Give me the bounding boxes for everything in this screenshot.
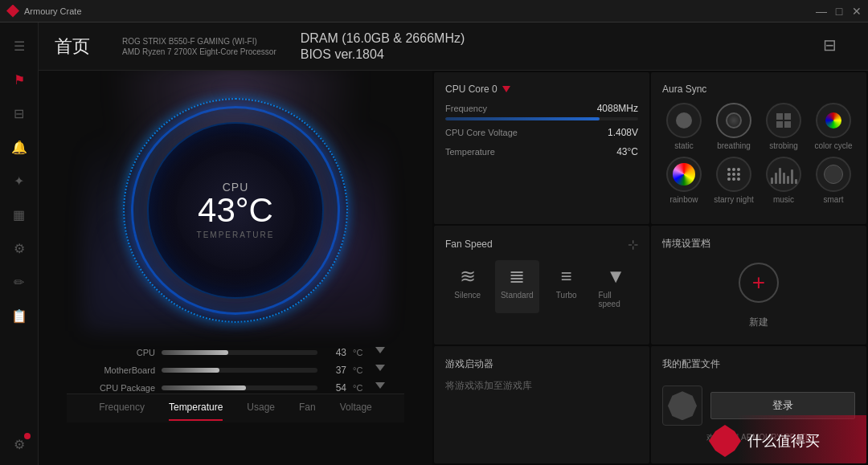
temp-bar-mb-unit: °C <box>353 365 369 375</box>
armoury-crate-logo <box>662 385 702 426</box>
temp-bar-pkg-fill <box>162 385 246 390</box>
sidebar-item-aura[interactable]: ✦ <box>5 166 34 195</box>
logo-shape <box>668 391 697 420</box>
smart-icon <box>816 157 851 192</box>
minimize-button[interactable]: — <box>817 6 826 16</box>
window-controls: — □ ✕ <box>817 6 862 16</box>
game-empty-label: 将游戏添加至游戏库 <box>445 379 638 393</box>
sidebar-item-home[interactable]: ⚑ <box>5 65 34 94</box>
main-layout: ☰ ⚑ ⊟ 🔔 ✦ ▦ ⚙ ✏ 📋 ⚙ 首页 ROG STRIX B550-F … <box>0 22 868 465</box>
titlebar-left: Armoury Crate <box>6 5 82 18</box>
temperature-bars: CPU 43 °C MotherBoard 37 <box>83 347 388 394</box>
temp-label: Temperature <box>445 147 495 157</box>
sidebar-item-gamepad[interactable]: ▦ <box>5 200 34 229</box>
page-title: 首页 <box>55 35 90 59</box>
temp-bar-mb: MotherBoard 37 °C <box>83 365 388 376</box>
temp-value: 43°C <box>616 146 638 157</box>
voltage-value: 1.408V <box>608 127 638 138</box>
settings-icon[interactable]: ⚙ <box>5 430 34 459</box>
starry-night-icon <box>716 157 751 192</box>
sidebar-item-list[interactable]: 📋 <box>5 301 34 330</box>
tab-temperature[interactable]: Temperature <box>169 395 223 421</box>
tab-frequency[interactable]: Frequency <box>99 395 145 421</box>
frequency-bar-fill <box>445 117 600 120</box>
cpu-circle-container: CPU 43°C TEMPERATURE <box>123 98 348 323</box>
bios-info: BIOS ver.1804 <box>301 47 465 62</box>
cpu-ring-inner: CPU 43°C TEMPERATURE <box>147 122 324 299</box>
rainbow-label: rainbow <box>669 195 698 204</box>
tab-usage[interactable]: Usage <box>247 395 275 421</box>
main-split: CPU 43°C TEMPERATURE CPU 43 °C <box>39 71 868 465</box>
fan-settings-btn[interactable]: ⊹ <box>628 237 638 252</box>
color-cycle-icon <box>816 103 851 138</box>
temp-bar-cpu-label: CPU <box>83 348 155 357</box>
temp-bar-pkg-track <box>162 385 317 390</box>
fan-mode-standard[interactable]: ≣ Standard <box>495 260 540 313</box>
arrow-icon-pkg <box>375 382 388 394</box>
sidebar-item-edit[interactable]: ✏ <box>5 267 34 296</box>
aura-mode-color-cycle[interactable]: color cycle <box>812 103 855 150</box>
plus-icon: + <box>752 271 765 294</box>
breathing-label: breathing <box>717 141 751 150</box>
ram-info: DRAM (16.0GB & 2666MHz) <box>301 31 465 46</box>
temp-bar-mb-label: MotherBoard <box>83 365 155 375</box>
aura-mode-breathing[interactable]: breathing <box>712 103 755 150</box>
device-icon: ⊟ <box>823 35 852 58</box>
left-panel: CPU 43°C TEMPERATURE CPU 43 °C <box>39 71 432 465</box>
sidebar-item-menu[interactable]: ☰ <box>5 31 34 60</box>
right-panels: CPU Core 0 Frequency 4088MHz CPU Core Vo… <box>432 71 868 465</box>
aura-mode-strobing[interactable]: strobing <box>762 103 805 150</box>
fan-mode-silence[interactable]: ≋ Silence <box>445 260 490 313</box>
login-button[interactable]: 登录 <box>710 392 855 419</box>
rainbow-icon <box>666 157 702 192</box>
temp-bar-cpu: CPU 43 °C <box>83 347 388 358</box>
aura-mode-rainbow[interactable]: rainbow <box>662 157 706 204</box>
silence-fan-icon: ≋ <box>460 265 476 288</box>
sidebar-item-notification[interactable]: 🔔 <box>5 133 34 161</box>
fan-mode-full-speed[interactable]: ▼ Full speed <box>594 260 639 313</box>
temp-bar-mb-fill <box>162 368 219 373</box>
strobing-icon <box>766 103 801 138</box>
maximize-button[interactable]: □ <box>834 6 844 16</box>
aura-mode-starry-night[interactable]: starry night <box>712 157 755 204</box>
voltage-row: CPU Core Voltage 1.408V <box>445 127 638 138</box>
aura-mode-music[interactable]: music <box>762 157 805 204</box>
standard-label: Standard <box>501 291 534 300</box>
smart-icon-shape <box>824 165 843 184</box>
color-cycle-label: color cycle <box>814 141 852 150</box>
add-scenario-button[interactable]: + <box>739 263 779 303</box>
temp-row: Temperature 43°C <box>445 146 638 157</box>
fan-mode-turbo[interactable]: ≡ Turbo <box>544 260 589 313</box>
frequency-bar <box>445 117 638 120</box>
sidebar-item-settings2[interactable]: ⚙ <box>5 234 34 263</box>
close-button[interactable]: ✕ <box>852 6 862 16</box>
scenario-panel: 情境设置档 + 新建 <box>651 226 866 345</box>
turbo-label: Turbo <box>556 291 577 300</box>
sidebar-item-dashboard[interactable]: ⊟ <box>5 99 34 128</box>
starry-icon-shape <box>726 166 742 182</box>
full-speed-fan-icon: ▼ <box>606 265 625 288</box>
temp-bar-cpu-fill <box>162 350 228 355</box>
aura-mode-static[interactable]: static <box>662 103 706 150</box>
frequency-label: Frequency <box>445 104 487 113</box>
temp-bar-cpu-unit: °C <box>353 348 369 357</box>
aura-sync-panel: Aura Sync static <box>651 72 866 224</box>
static-icon-shape <box>676 112 692 128</box>
sidebar: ☰ ⚑ ⊟ 🔔 ✦ ▦ ⚙ ✏ 📋 ⚙ <box>0 22 39 465</box>
header-right: ⊟ <box>823 35 852 58</box>
tab-voltage[interactable]: Voltage <box>340 395 372 421</box>
cpu-core-panel: CPU Core 0 Frequency 4088MHz CPU Core Vo… <box>434 72 649 224</box>
aura-mode-smart[interactable]: smart <box>812 157 855 204</box>
temp-bar-cpu-track <box>162 350 317 355</box>
starry-night-label: starry night <box>714 195 753 204</box>
temp-bar-cpu-value: 43 <box>324 347 346 358</box>
bottom-tabs: Frequency Temperature Usage Fan Voltage <box>67 394 404 422</box>
fan-modes-grid: ≋ Silence ≣ Standard ≡ Turbo ▼ <box>445 260 638 313</box>
temp-bar-pkg-unit: °C <box>353 383 369 393</box>
tab-fan[interactable]: Fan <box>299 395 316 421</box>
new-scenario-label: 新建 <box>749 316 768 329</box>
game-launcher-panel: 游戏启动器 将游戏添加至游戏库 <box>434 346 649 463</box>
standard-fan-icon: ≣ <box>509 265 525 288</box>
arrow-icon-mb <box>375 365 388 376</box>
header-sys-info: DRAM (16.0GB & 2666MHz) BIOS ver.1804 <box>301 31 465 62</box>
